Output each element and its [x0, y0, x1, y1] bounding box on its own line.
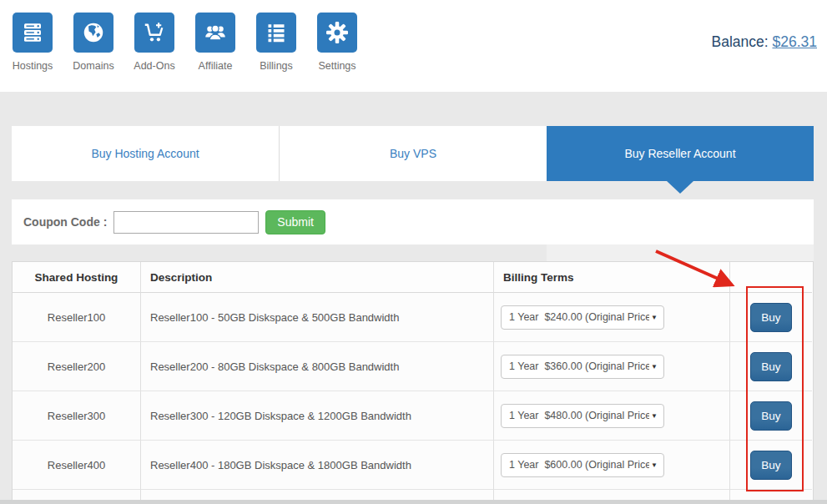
table-row: Reseller100 Reseller100 - 50GB Diskspace… — [13, 293, 813, 342]
globe-icon — [73, 13, 113, 53]
billing-term-select[interactable]: 1 Year $240.00 (Original Price:$240. ▼ — [501, 305, 664, 330]
server-stack-icon — [13, 13, 53, 53]
billing-term-selected-option: 1 Year $600.00 (Original Price:$600. — [502, 459, 649, 471]
table-header-row: Shared Hosting Description Billing Terms — [13, 262, 813, 293]
tab-buy-hosting-account[interactable]: Buy Hosting Account — [12, 126, 279, 181]
billing-terms-cell: 1 Year $480.00 (Original Price:$480. ▼ — [494, 391, 730, 441]
nav-label: Settings — [318, 60, 356, 72]
billing-term-selected-option: 1 Year $240.00 (Original Price:$240. — [502, 311, 649, 323]
coupon-submit-button[interactable]: Submit — [265, 210, 325, 234]
table-row: Reseller300 Reseller300 - 120GB Diskspac… — [13, 391, 813, 441]
plan-description-cell: Reseller200 - 80GB Diskspace & 800GB Ban… — [141, 342, 494, 391]
select-caret-icon: ▼ — [649, 363, 663, 370]
purchase-tabs: Buy Hosting Account Buy VPS Buy Reseller… — [12, 126, 814, 181]
buy-button[interactable]: Buy — [750, 401, 792, 431]
tab-label: Buy Hosting Account — [91, 147, 199, 160]
buy-button[interactable]: Buy — [750, 352, 792, 381]
coupon-code-input[interactable] — [113, 211, 259, 234]
tab-buy-vps[interactable]: Buy VPS — [279, 126, 547, 181]
buy-button[interactable]: Buy — [750, 451, 792, 480]
nav-label: Add-Ons — [134, 60, 174, 72]
table-row: Reseller200 Reseller200 - 80GB Diskspace… — [13, 342, 813, 391]
table-row: Reseller400 Reseller400 - 180GB Diskspac… — [13, 441, 813, 490]
nav-label: Affiliate — [199, 60, 233, 72]
plan-description-cell: Reseller300 - 120GB Diskspace & 1200GB B… — [141, 391, 494, 441]
column-header-billing-terms: Billing Terms — [494, 262, 730, 293]
plan-description-cell: Reseller100 - 50GB Diskspace & 500GB Ban… — [141, 293, 494, 342]
nav-item-hostings[interactable]: Hostings — [13, 13, 53, 72]
content-gap-shade — [547, 244, 814, 261]
plan-name-cell: Reseller100 — [13, 293, 141, 342]
nav-item-settings[interactable]: Settings — [317, 13, 357, 72]
balance-amount-link[interactable]: $26.31 — [772, 33, 817, 50]
balance: Balance: $26.31 — [711, 33, 817, 51]
buy-cell: Buy — [730, 293, 812, 342]
nav-label: Billings — [260, 60, 293, 72]
tab-buy-reseller-account[interactable]: Buy Reseller Account — [547, 126, 814, 181]
plan-name-cell: Reseller400 — [13, 441, 141, 490]
buy-cell: Buy — [730, 342, 812, 391]
bottom-scroll-strip — [0, 500, 827, 504]
column-header-shared-hosting: Shared Hosting — [13, 262, 141, 293]
nav-item-addons[interactable]: Add-Ons — [134, 13, 174, 72]
plan-name-cell: Reseller200 — [13, 342, 141, 391]
billing-term-select[interactable]: 1 Year $600.00 (Original Price:$600. ▼ — [501, 453, 664, 477]
nav-item-affiliate[interactable]: Affiliate — [195, 13, 235, 72]
column-header-description: Description — [141, 262, 494, 293]
billing-terms-cell: 1 Year $360.00 (Original Price:$360. ▼ — [494, 342, 730, 391]
nav-label: Domains — [73, 60, 113, 72]
select-caret-icon: ▼ — [649, 412, 663, 420]
top-header: Hostings Domains — [0, 0, 827, 92]
reseller-plans-table: Shared Hosting Description Billing Terms… — [12, 261, 814, 504]
select-caret-icon: ▼ — [649, 314, 663, 321]
people-group-icon — [195, 13, 235, 53]
gear-icon — [317, 13, 357, 53]
column-header-actions — [730, 262, 812, 293]
billing-terms-cell: 1 Year $240.00 (Original Price:$240. ▼ — [494, 293, 730, 342]
coupon-code-label: Coupon Code : — [23, 215, 107, 229]
plans-tbody: Reseller100 Reseller100 - 50GB Diskspace… — [13, 293, 813, 504]
cart-plus-icon — [134, 13, 174, 53]
nav-item-billings[interactable]: Billings — [256, 13, 296, 72]
buy-cell: Buy — [730, 441, 812, 490]
plan-description-cell: Reseller400 - 180GB Diskspace & 1800GB B… — [141, 441, 494, 490]
tab-label: Buy Reseller Account — [624, 147, 735, 160]
plan-name-cell: Reseller300 — [13, 391, 141, 441]
buy-button[interactable]: Buy — [750, 303, 792, 332]
coupon-panel: Coupon Code : Submit — [12, 199, 814, 244]
balance-label: Balance: — [711, 33, 768, 50]
billing-term-selected-option: 1 Year $360.00 (Original Price:$360. — [502, 360, 649, 372]
tab-label: Buy VPS — [390, 147, 436, 160]
main-nav: Hostings Domains — [13, 13, 357, 72]
buy-cell: Buy — [730, 391, 812, 441]
billing-term-selected-option: 1 Year $480.00 (Original Price:$480. — [502, 410, 649, 421]
nav-item-domains[interactable]: Domains — [73, 13, 113, 72]
select-caret-icon: ▼ — [649, 461, 663, 469]
billing-term-select[interactable]: 1 Year $480.00 (Original Price:$480. ▼ — [501, 404, 664, 428]
list-icon — [256, 13, 296, 53]
nav-label: Hostings — [13, 60, 53, 72]
active-tab-pointer — [667, 181, 693, 194]
billing-term-select[interactable]: 1 Year $360.00 (Original Price:$360. ▼ — [501, 355, 664, 379]
billing-terms-cell: 1 Year $600.00 (Original Price:$600. ▼ — [494, 441, 730, 490]
